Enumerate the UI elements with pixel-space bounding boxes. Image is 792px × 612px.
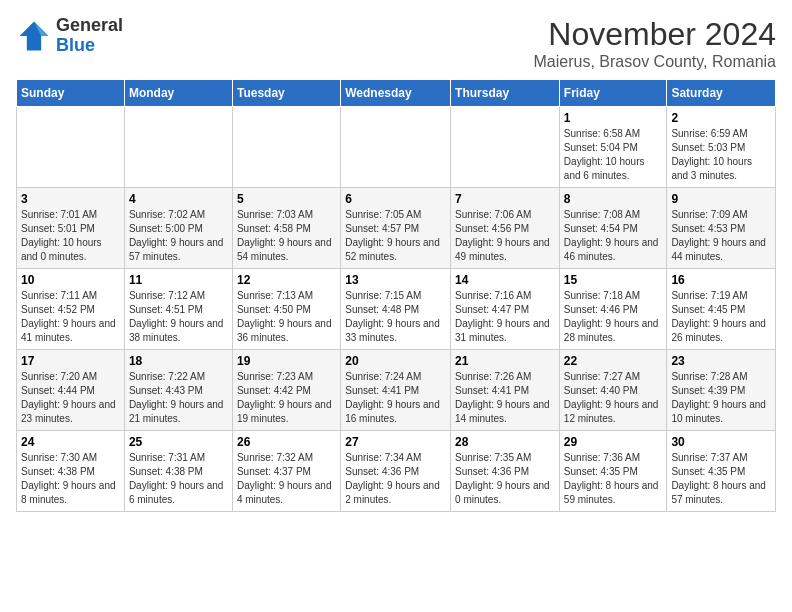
day-info: Sunrise: 7:16 AM Sunset: 4:47 PM Dayligh… <box>455 289 555 345</box>
day-info: Sunrise: 7:06 AM Sunset: 4:56 PM Dayligh… <box>455 208 555 264</box>
day-info: Sunrise: 7:18 AM Sunset: 4:46 PM Dayligh… <box>564 289 663 345</box>
calendar-cell: 22Sunrise: 7:27 AM Sunset: 4:40 PM Dayli… <box>559 350 667 431</box>
day-info: Sunrise: 7:01 AM Sunset: 5:01 PM Dayligh… <box>21 208 120 264</box>
calendar-cell: 19Sunrise: 7:23 AM Sunset: 4:42 PM Dayli… <box>232 350 340 431</box>
calendar-cell: 1Sunrise: 6:58 AM Sunset: 5:04 PM Daylig… <box>559 107 667 188</box>
day-number: 15 <box>564 273 663 287</box>
day-info: Sunrise: 7:15 AM Sunset: 4:48 PM Dayligh… <box>345 289 446 345</box>
day-info: Sunrise: 7:09 AM Sunset: 4:53 PM Dayligh… <box>671 208 771 264</box>
day-number: 21 <box>455 354 555 368</box>
calendar-cell: 23Sunrise: 7:28 AM Sunset: 4:39 PM Dayli… <box>667 350 776 431</box>
day-number: 8 <box>564 192 663 206</box>
calendar-cell: 30Sunrise: 7:37 AM Sunset: 4:35 PM Dayli… <box>667 431 776 512</box>
page-header: General Blue November 2024 Maierus, Bras… <box>16 16 776 71</box>
day-number: 18 <box>129 354 228 368</box>
calendar-cell: 13Sunrise: 7:15 AM Sunset: 4:48 PM Dayli… <box>341 269 451 350</box>
day-number: 17 <box>21 354 120 368</box>
calendar-cell: 9Sunrise: 7:09 AM Sunset: 4:53 PM Daylig… <box>667 188 776 269</box>
day-number: 9 <box>671 192 771 206</box>
calendar-cell <box>232 107 340 188</box>
calendar-cell: 10Sunrise: 7:11 AM Sunset: 4:52 PM Dayli… <box>17 269 125 350</box>
day-number: 22 <box>564 354 663 368</box>
day-info: Sunrise: 7:34 AM Sunset: 4:36 PM Dayligh… <box>345 451 446 507</box>
day-of-week-header: Thursday <box>451 80 560 107</box>
day-of-week-header: Sunday <box>17 80 125 107</box>
calendar-cell: 16Sunrise: 7:19 AM Sunset: 4:45 PM Dayli… <box>667 269 776 350</box>
day-number: 14 <box>455 273 555 287</box>
day-number: 7 <box>455 192 555 206</box>
day-number: 30 <box>671 435 771 449</box>
calendar-cell: 29Sunrise: 7:36 AM Sunset: 4:35 PM Dayli… <box>559 431 667 512</box>
day-number: 27 <box>345 435 446 449</box>
day-info: Sunrise: 7:19 AM Sunset: 4:45 PM Dayligh… <box>671 289 771 345</box>
day-number: 2 <box>671 111 771 125</box>
calendar-week-row: 24Sunrise: 7:30 AM Sunset: 4:38 PM Dayli… <box>17 431 776 512</box>
day-number: 13 <box>345 273 446 287</box>
day-number: 25 <box>129 435 228 449</box>
day-info: Sunrise: 7:02 AM Sunset: 5:00 PM Dayligh… <box>129 208 228 264</box>
calendar-cell <box>341 107 451 188</box>
calendar-cell: 21Sunrise: 7:26 AM Sunset: 4:41 PM Dayli… <box>451 350 560 431</box>
day-number: 10 <box>21 273 120 287</box>
calendar-table: SundayMondayTuesdayWednesdayThursdayFrid… <box>16 79 776 512</box>
calendar-cell: 17Sunrise: 7:20 AM Sunset: 4:44 PM Dayli… <box>17 350 125 431</box>
day-number: 1 <box>564 111 663 125</box>
day-of-week-header: Monday <box>124 80 232 107</box>
calendar-cell: 26Sunrise: 7:32 AM Sunset: 4:37 PM Dayli… <box>232 431 340 512</box>
calendar-cell <box>124 107 232 188</box>
day-number: 26 <box>237 435 336 449</box>
month-title: November 2024 <box>534 16 776 53</box>
day-info: Sunrise: 7:37 AM Sunset: 4:35 PM Dayligh… <box>671 451 771 507</box>
calendar-cell: 14Sunrise: 7:16 AM Sunset: 4:47 PM Dayli… <box>451 269 560 350</box>
day-info: Sunrise: 7:31 AM Sunset: 4:38 PM Dayligh… <box>129 451 228 507</box>
calendar-header-row: SundayMondayTuesdayWednesdayThursdayFrid… <box>17 80 776 107</box>
day-number: 29 <box>564 435 663 449</box>
calendar-cell: 2Sunrise: 6:59 AM Sunset: 5:03 PM Daylig… <box>667 107 776 188</box>
day-number: 4 <box>129 192 228 206</box>
day-info: Sunrise: 7:05 AM Sunset: 4:57 PM Dayligh… <box>345 208 446 264</box>
calendar-cell: 28Sunrise: 7:35 AM Sunset: 4:36 PM Dayli… <box>451 431 560 512</box>
day-of-week-header: Saturday <box>667 80 776 107</box>
calendar-cell: 5Sunrise: 7:03 AM Sunset: 4:58 PM Daylig… <box>232 188 340 269</box>
day-number: 5 <box>237 192 336 206</box>
calendar-week-row: 10Sunrise: 7:11 AM Sunset: 4:52 PM Dayli… <box>17 269 776 350</box>
calendar-cell: 25Sunrise: 7:31 AM Sunset: 4:38 PM Dayli… <box>124 431 232 512</box>
calendar-cell: 12Sunrise: 7:13 AM Sunset: 4:50 PM Dayli… <box>232 269 340 350</box>
day-number: 3 <box>21 192 120 206</box>
calendar-cell <box>451 107 560 188</box>
day-info: Sunrise: 6:59 AM Sunset: 5:03 PM Dayligh… <box>671 127 771 183</box>
day-info: Sunrise: 7:32 AM Sunset: 4:37 PM Dayligh… <box>237 451 336 507</box>
day-of-week-header: Tuesday <box>232 80 340 107</box>
calendar-week-row: 3Sunrise: 7:01 AM Sunset: 5:01 PM Daylig… <box>17 188 776 269</box>
calendar-week-row: 17Sunrise: 7:20 AM Sunset: 4:44 PM Dayli… <box>17 350 776 431</box>
calendar-cell: 18Sunrise: 7:22 AM Sunset: 4:43 PM Dayli… <box>124 350 232 431</box>
day-info: Sunrise: 7:26 AM Sunset: 4:41 PM Dayligh… <box>455 370 555 426</box>
calendar-cell <box>17 107 125 188</box>
day-info: Sunrise: 7:03 AM Sunset: 4:58 PM Dayligh… <box>237 208 336 264</box>
day-info: Sunrise: 7:36 AM Sunset: 4:35 PM Dayligh… <box>564 451 663 507</box>
calendar-week-row: 1Sunrise: 6:58 AM Sunset: 5:04 PM Daylig… <box>17 107 776 188</box>
logo-text: General Blue <box>56 16 123 56</box>
day-info: Sunrise: 7:28 AM Sunset: 4:39 PM Dayligh… <box>671 370 771 426</box>
location-title: Maierus, Brasov County, Romania <box>534 53 776 71</box>
day-info: Sunrise: 7:35 AM Sunset: 4:36 PM Dayligh… <box>455 451 555 507</box>
day-info: Sunrise: 7:22 AM Sunset: 4:43 PM Dayligh… <box>129 370 228 426</box>
day-number: 23 <box>671 354 771 368</box>
day-number: 11 <box>129 273 228 287</box>
logo-icon <box>16 18 52 54</box>
day-info: Sunrise: 7:08 AM Sunset: 4:54 PM Dayligh… <box>564 208 663 264</box>
day-number: 12 <box>237 273 336 287</box>
calendar-cell: 11Sunrise: 7:12 AM Sunset: 4:51 PM Dayli… <box>124 269 232 350</box>
logo: General Blue <box>16 16 123 56</box>
day-info: Sunrise: 7:11 AM Sunset: 4:52 PM Dayligh… <box>21 289 120 345</box>
day-info: Sunrise: 7:20 AM Sunset: 4:44 PM Dayligh… <box>21 370 120 426</box>
calendar-cell: 15Sunrise: 7:18 AM Sunset: 4:46 PM Dayli… <box>559 269 667 350</box>
calendar-cell: 7Sunrise: 7:06 AM Sunset: 4:56 PM Daylig… <box>451 188 560 269</box>
day-number: 28 <box>455 435 555 449</box>
day-number: 19 <box>237 354 336 368</box>
day-info: Sunrise: 7:13 AM Sunset: 4:50 PM Dayligh… <box>237 289 336 345</box>
day-number: 16 <box>671 273 771 287</box>
calendar-cell: 4Sunrise: 7:02 AM Sunset: 5:00 PM Daylig… <box>124 188 232 269</box>
day-of-week-header: Friday <box>559 80 667 107</box>
day-number: 6 <box>345 192 446 206</box>
